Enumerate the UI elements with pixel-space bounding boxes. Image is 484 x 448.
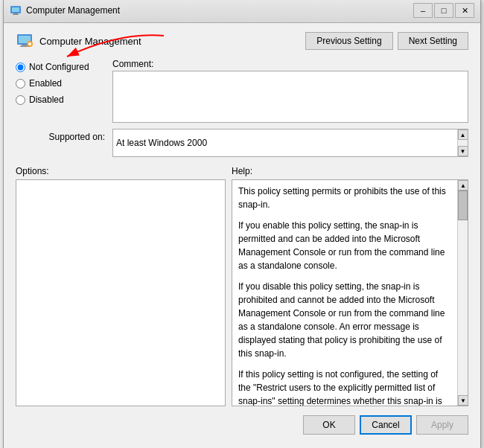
bottom-buttons: OK Cancel Apply xyxy=(16,415,468,441)
cancel-button[interactable]: Cancel xyxy=(360,415,412,435)
radio-disabled-input[interactable] xyxy=(16,95,25,105)
radio-not-configured-label: Not Configured xyxy=(29,62,89,72)
content-area: Computer Management Previous Setting Nex… xyxy=(4,23,480,448)
svg-rect-3 xyxy=(13,14,19,15)
help-para-4: If this policy setting is not configured… xyxy=(238,368,451,406)
header-icon-title: Computer Management xyxy=(16,32,305,50)
help-para-3: If you disable this policy setting, the … xyxy=(238,280,451,360)
comment-textarea[interactable] xyxy=(112,71,468,123)
title-bar-left: Computer Management xyxy=(10,4,120,16)
help-scroll-thumb[interactable] xyxy=(458,191,468,220)
radio-section: Not Configured Enabled Disabled xyxy=(16,59,112,105)
svg-rect-2 xyxy=(13,13,18,14)
radio-comment-row: Not Configured Enabled Disabled Comment: xyxy=(16,59,468,123)
help-scroll-down[interactable]: ▼ xyxy=(458,395,468,406)
help-para-1: This policy setting permits or prohibits… xyxy=(238,185,451,211)
options-help-labels: Options: Help: xyxy=(16,166,468,176)
header-buttons: Previous Setting Next Setting xyxy=(305,32,468,50)
supported-value: At least Windows 2000 xyxy=(116,138,207,148)
supported-box: At least Windows 2000 ▲ ▼ xyxy=(112,129,468,157)
options-panel xyxy=(16,179,226,406)
options-label: Options: xyxy=(16,166,232,176)
supported-scroll-down[interactable]: ▼ xyxy=(458,146,468,156)
apply-button[interactable]: Apply xyxy=(416,415,468,435)
radio-not-configured-input[interactable] xyxy=(16,63,25,72)
svg-rect-6 xyxy=(22,45,28,46)
close-button[interactable]: ✕ xyxy=(455,3,474,18)
minimize-button[interactable]: – xyxy=(413,3,433,18)
next-setting-button[interactable]: Next Setting xyxy=(398,32,468,50)
panels-row: This policy setting permits or prohibits… xyxy=(16,179,468,406)
supported-row: Supported on: At least Windows 2000 ▲ ▼ xyxy=(16,129,468,157)
radio-enabled-input[interactable] xyxy=(16,79,25,89)
supported-scrollbar: ▲ ▼ xyxy=(457,129,468,156)
header-icon xyxy=(16,32,34,50)
maximize-button[interactable]: □ xyxy=(434,3,453,18)
radio-not-configured[interactable]: Not Configured xyxy=(16,62,112,72)
ok-button[interactable]: OK xyxy=(303,415,355,435)
title-bar-controls: – □ ✕ xyxy=(413,3,474,18)
comment-label: Comment: xyxy=(112,59,468,69)
window-icon xyxy=(10,4,22,16)
help-panel: This policy setting permits or prohibits… xyxy=(232,179,468,406)
comment-section: Comment: xyxy=(112,59,468,123)
main-window: Computer Management – □ ✕ C xyxy=(3,0,481,448)
window-title: Computer Management xyxy=(26,5,120,16)
title-bar: Computer Management – □ ✕ xyxy=(4,0,480,23)
svg-rect-1 xyxy=(12,7,19,12)
help-para-2: If you enable this policy setting, the s… xyxy=(238,219,451,272)
help-text-content: This policy setting permits or prohibits… xyxy=(232,180,457,406)
help-scroll-track[interactable] xyxy=(458,191,468,395)
radio-enabled-label: Enabled xyxy=(29,78,62,89)
radio-disabled[interactable]: Disabled xyxy=(16,95,112,105)
header-title: Computer Management xyxy=(39,36,141,47)
header-row: Computer Management Previous Setting Nex… xyxy=(16,32,468,50)
help-label: Help: xyxy=(232,166,468,176)
radio-enabled[interactable]: Enabled xyxy=(16,78,112,89)
supported-scroll-up[interactable]: ▲ xyxy=(458,129,468,140)
help-scrollbar: ▲ ▼ xyxy=(457,180,468,406)
radio-disabled-label: Disabled xyxy=(29,95,64,105)
previous-setting-button[interactable]: Previous Setting xyxy=(305,32,392,50)
svg-point-9 xyxy=(28,42,31,45)
help-scroll-up[interactable]: ▲ xyxy=(458,180,468,191)
supported-label: Supported on: xyxy=(16,129,112,142)
